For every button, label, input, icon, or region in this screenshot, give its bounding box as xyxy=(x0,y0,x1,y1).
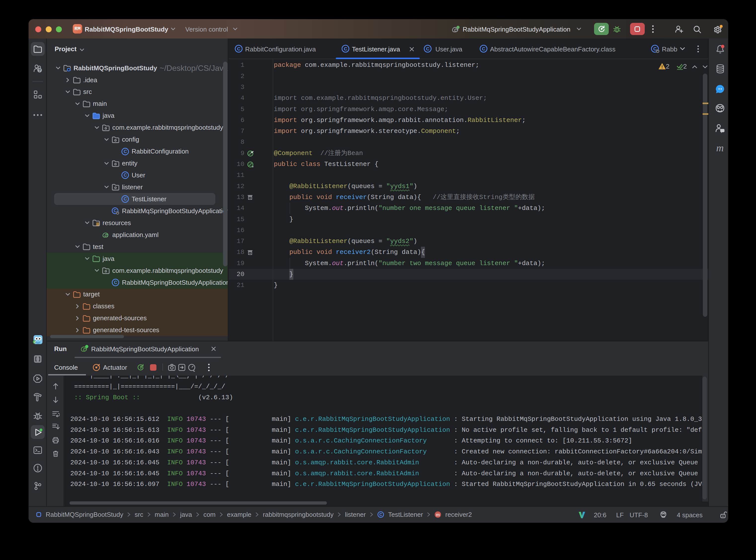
svg-text:C: C xyxy=(379,512,382,517)
svg-text:C: C xyxy=(124,197,127,202)
svg-text:C: C xyxy=(482,46,486,52)
svg-text:C: C xyxy=(114,280,117,285)
svg-text:C: C xyxy=(124,149,127,154)
svg-text:C: C xyxy=(344,46,347,52)
svg-text:C: C xyxy=(237,46,241,52)
svg-text:?: ? xyxy=(39,68,41,73)
svg-text:m: m xyxy=(436,512,440,517)
svg-text:C: C xyxy=(426,46,430,52)
svg-text:C: C xyxy=(124,173,127,178)
